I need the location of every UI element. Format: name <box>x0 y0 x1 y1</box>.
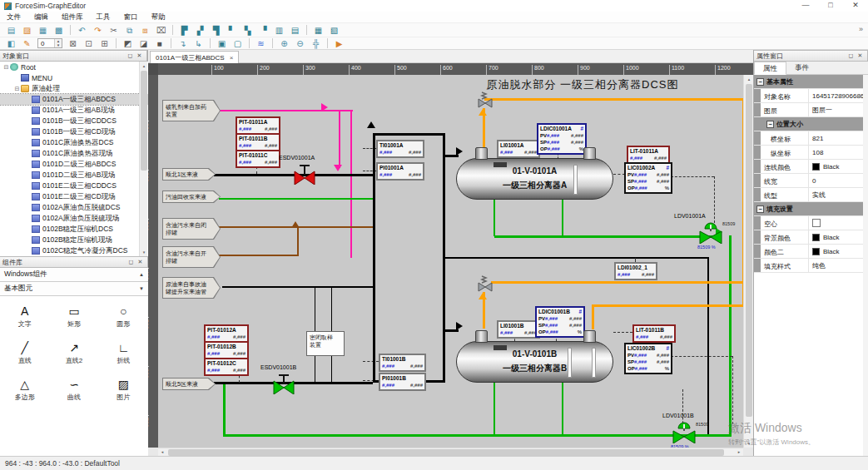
drawing-canvas[interactable]: 原油脱水部分 一级三相分离器DCS图 破乳剂来自加药 装置顺北1区来液污油回收泵… <box>158 75 743 448</box>
tree-item-0[interactable]: ⊟Root <box>0 62 148 72</box>
distribute-horizontal-button[interactable]: ▦ <box>311 24 325 36</box>
property-row-10[interactable]: 空心 <box>754 216 864 230</box>
instrument-LIC01002A[interactable]: LIC01002A#PV#,####,###SP#,####,###OP#,##… <box>624 162 672 194</box>
flow-source-label[interactable]: 含油污水来自开 排罐 <box>162 246 221 268</box>
palette-item-image[interactable]: ▨图片 <box>99 376 148 413</box>
instrument-TI01001B[interactable]: TI01001B#,####,### <box>379 354 426 372</box>
close-button[interactable]: ✕ <box>843 0 868 12</box>
flow-source-label[interactable]: 破乳剂来自加药 装置 <box>162 100 221 121</box>
close-panel-icon[interactable]: ✕ <box>136 259 145 265</box>
tree-item-4[interactable]: 0101A一级三相AB现场 <box>0 105 148 116</box>
property-value[interactable]: 108 <box>809 146 864 159</box>
group-expander-icon[interactable]: − <box>756 205 764 213</box>
property-value[interactable]: 纯色 <box>809 259 864 272</box>
tree-item-16[interactable]: 0102B稳定压缩机现场 <box>0 235 148 245</box>
undo-button[interactable]: ↶ <box>75 24 89 36</box>
tree-item-3[interactable]: 0101A一级三相ABDCS <box>0 94 148 105</box>
flow-source-label[interactable]: 含油污水来自闭 排罐 <box>162 218 221 240</box>
group-expander-icon[interactable]: − <box>756 78 764 86</box>
menu-item-1[interactable]: 编辑 <box>27 12 55 23</box>
pen-color-button[interactable]: ✎ <box>20 37 34 49</box>
property-value[interactable]: Black <box>809 160 864 173</box>
document-tab[interactable]: 0101A一级三相ABDCS × <box>150 51 239 63</box>
instrument-PIT-01012B[interactable]: PIT-01012B#,####,### <box>204 341 249 359</box>
instrument-LIT-01011B[interactable]: LIT-01011B#,####,### <box>632 324 676 343</box>
tree-item-6[interactable]: 0101B一级三相CD现场 <box>0 126 148 137</box>
zoom-in-button[interactable]: ⊕ <box>277 37 291 49</box>
instrument-LI01001A[interactable]: LI01001A#,####,### <box>497 140 540 158</box>
property-row-12[interactable]: 颜色二Black <box>754 245 864 259</box>
export-button[interactable]: ↳ <box>191 37 206 49</box>
instrument-LIC01002B[interactable]: LIC01002B#PV#,####,###SP#,####,###OP#,##… <box>624 343 672 374</box>
palette-item-line2[interactable]: ↗直线2 <box>49 339 98 376</box>
minimize-button[interactable]: — <box>793 0 818 12</box>
tree-item-11[interactable]: 0101E二级三相CDDCS <box>0 181 148 191</box>
menu-item-4[interactable]: 窗口 <box>117 12 145 23</box>
instrument-LI01001B[interactable]: LI01001B#,####,### <box>497 320 540 339</box>
float-panel-icon[interactable]: ◻ <box>846 52 856 59</box>
tree-item-8[interactable]: 0101C原油换热器现场 <box>0 148 148 159</box>
instrument-PI01001A[interactable]: PI01001A#,####,### <box>376 162 424 181</box>
tree-scrollbar[interactable]: ▴ ▾ <box>139 62 147 256</box>
instrument-PIT-01012A[interactable]: PIT-01012A#,####,### <box>204 324 249 343</box>
tab-properties[interactable]: 属性 <box>754 62 786 75</box>
float-panel-icon[interactable]: ◻ <box>126 259 136 265</box>
palette-item-circle[interactable]: ○圆形 <box>99 303 148 339</box>
property-row-7[interactable]: 线宽0 <box>754 174 864 188</box>
flow-source-label[interactable]: 原油来自事故油 罐提升泵来油管 <box>162 277 221 299</box>
canvas-v-scrollbar[interactable]: ▴ ▾ <box>743 75 753 448</box>
same-height-button[interactable]: ▤ <box>288 24 302 36</box>
cut-button[interactable]: ✂ <box>107 24 121 36</box>
component-group-basic[interactable]: 基本图元 ▼ <box>0 282 148 296</box>
valve-LDV01001A[interactable] <box>698 221 723 245</box>
property-value[interactable] <box>809 216 864 230</box>
instrument-PIT-01011B[interactable]: PIT-01011B#,####,### <box>236 133 280 151</box>
maximize-button[interactable]: □ <box>818 0 843 12</box>
align-bottom-button[interactable]: ▝ <box>256 24 270 36</box>
save-all-button[interactable]: ▩ <box>52 24 66 36</box>
close-panel-icon[interactable]: ✕ <box>135 52 144 59</box>
property-row-6[interactable]: 连线颜色Black <box>754 160 864 174</box>
tree-item-1[interactable]: MENU <box>0 72 148 83</box>
tree-item-15[interactable]: 0102B稳定压缩机DCS <box>0 224 148 235</box>
property-row-2[interactable]: 图层图层一 <box>754 103 864 117</box>
menu-item-5[interactable]: 帮助 <box>145 12 172 23</box>
paste-button[interactable]: ⧈ <box>138 24 152 36</box>
save-button[interactable]: ▦ <box>36 24 50 36</box>
align-top-button[interactable]: ▘ <box>225 24 239 36</box>
instrument-PIT-01011A[interactable]: PIT-01011A#,####,### <box>236 116 280 135</box>
instrument-PIT-01011C[interactable]: PIT-01011C#,####,### <box>236 150 280 168</box>
tree-item-14[interactable]: 0102A原油负压脱硫现场 <box>0 213 148 224</box>
palette-item-rectangle[interactable]: ▭矩形 <box>49 303 98 339</box>
redo-button[interactable]: ↷ <box>91 24 105 36</box>
scroll-up-icon[interactable]: ▴ <box>140 62 148 70</box>
tree-item-2[interactable]: ⊟原油处理 <box>0 83 148 94</box>
edit-vertex-button[interactable]: ⊠ <box>66 37 80 49</box>
open-button[interactable]: ▨ <box>20 24 34 36</box>
instrument-PIT-01012C[interactable]: PIT-01012C#,####,### <box>204 358 249 376</box>
property-row-13[interactable]: 填充样式纯色 <box>754 259 864 273</box>
align-center-button[interactable]: ▞ <box>193 24 207 36</box>
tab-close-icon[interactable]: × <box>230 54 234 62</box>
palette-item-curve[interactable]: ∽曲线 <box>49 376 98 413</box>
tree-expander-icon[interactable]: ⊟ <box>13 86 21 92</box>
zoom-out-button[interactable]: ⊖ <box>293 37 307 49</box>
shape-solid-button[interactable]: ■ <box>152 37 166 49</box>
flow-source-label[interactable]: 污油回收泵来液 <box>162 190 221 203</box>
edit-shape-button[interactable]: ⊞ <box>97 37 112 49</box>
align-middle-button[interactable]: ▚ <box>241 24 255 36</box>
property-row-4[interactable]: 横坐标821 <box>754 131 864 146</box>
valve-LDV01001B[interactable] <box>672 421 697 445</box>
palette-item-polygon[interactable]: △多边形 <box>0 376 49 413</box>
tree-item-17[interactable]: 0102C稳定气冷凝分离DCS <box>0 245 148 256</box>
align-right-button[interactable]: ▜ <box>209 24 223 36</box>
valve-ESDV01001A[interactable] <box>294 165 315 186</box>
property-row-5[interactable]: 纵坐标108 <box>754 146 864 160</box>
property-value[interactable]: 实线 <box>809 188 864 201</box>
fill-color-button[interactable]: ◧ <box>4 37 18 49</box>
instrument-PI01001B[interactable]: PI01001B#,####,### <box>379 373 426 391</box>
property-row-1[interactable]: 对象名称1645172890668648 <box>754 89 864 103</box>
menu-item-3[interactable]: 工具 <box>90 12 117 23</box>
canvas-v-scrollbar-thumb[interactable] <box>746 84 752 417</box>
layers-button[interactable]: ≋ <box>254 37 268 49</box>
